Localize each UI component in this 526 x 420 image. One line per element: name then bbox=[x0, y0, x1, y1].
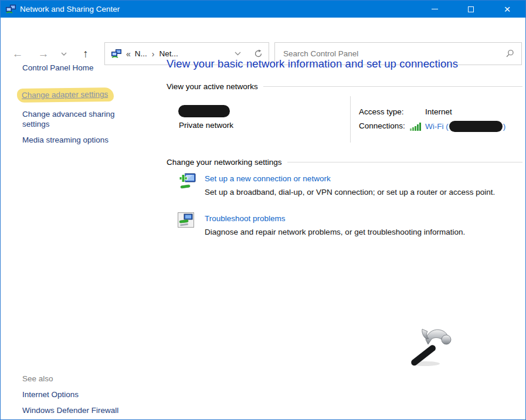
recent-pages-chevron-down-icon[interactable] bbox=[58, 48, 70, 60]
section-rule bbox=[263, 86, 522, 87]
maximize-icon bbox=[468, 6, 474, 12]
minimize-icon bbox=[432, 9, 438, 9]
section-networking-settings: Change your networking settings bbox=[167, 158, 522, 167]
titlebar: Network and Sharing Center × bbox=[1, 1, 525, 18]
network-type-label: Private network bbox=[179, 121, 233, 130]
network-icon bbox=[111, 49, 121, 59]
back-button[interactable]: ← bbox=[9, 45, 26, 63]
access-type-value: Internet bbox=[425, 107, 452, 116]
sidebar-item-media-streaming[interactable]: Media streaming options bbox=[22, 135, 108, 145]
address-chevron-down-icon[interactable] bbox=[235, 52, 241, 56]
section-title: Change your networking settings bbox=[167, 158, 282, 167]
sidebar-item-change-adapter-settings[interactable]: Change adapter settings bbox=[17, 88, 114, 102]
troubleshoot-problems-link[interactable]: Troubleshoot problems bbox=[205, 214, 286, 223]
refresh-icon[interactable] bbox=[254, 49, 263, 58]
highlight-annotation: Change adapter settings bbox=[17, 87, 114, 103]
section-active-networks: View your active networks bbox=[167, 82, 522, 91]
connection-name-redaction bbox=[449, 121, 503, 132]
search-input[interactable] bbox=[283, 49, 505, 58]
toolbar: ← → ↑ « N... › Net... bbox=[1, 18, 525, 52]
section-rule bbox=[287, 162, 522, 162]
window-title: Network and Sharing Center bbox=[20, 5, 416, 13]
setup-connection-description: Set up a broadband, dial-up, or VPN conn… bbox=[205, 188, 495, 197]
troubleshoot-icon bbox=[178, 212, 194, 228]
see-also-header: See also bbox=[22, 374, 53, 383]
connections-label: Connections: bbox=[359, 121, 405, 130]
close-button[interactable]: × bbox=[489, 1, 525, 18]
access-type-label: Access type: bbox=[359, 107, 404, 116]
wifi-connection-link[interactable]: Wi-Fi ( ) bbox=[425, 121, 505, 132]
breadcrumb-overflow[interactable]: « bbox=[126, 49, 131, 59]
sidebar-item-internet-options[interactable]: Internet Options bbox=[22, 390, 79, 399]
sidebar-item-control-panel-home[interactable]: Control Panel Home bbox=[22, 63, 94, 73]
breadcrumb-item-2[interactable]: Net... bbox=[159, 49, 178, 58]
section-title: View your active networks bbox=[167, 82, 258, 91]
sidebar-item-change-advanced-sharing[interactable]: Change advanced sharing settings bbox=[22, 109, 134, 129]
window-controls: × bbox=[416, 1, 525, 18]
network-name-redaction bbox=[178, 105, 230, 117]
search-icon[interactable] bbox=[505, 49, 514, 58]
network-icon bbox=[6, 5, 16, 14]
breadcrumb-item-1[interactable]: N... bbox=[135, 49, 147, 58]
maximize-button[interactable] bbox=[453, 1, 489, 18]
minimize-button[interactable] bbox=[416, 1, 453, 18]
network-sharing-center-window: Network and Sharing Center × ← → ↑ bbox=[0, 0, 526, 420]
troubleshoot-description: Diagnose and repair network problems, or… bbox=[205, 228, 465, 236]
breadcrumb-separator[interactable]: › bbox=[152, 49, 155, 59]
forward-button[interactable]: → bbox=[35, 45, 52, 63]
setup-connection-link[interactable]: Set up a new connection or network bbox=[205, 174, 331, 183]
hammer-image bbox=[409, 324, 456, 370]
wifi-signal-icon bbox=[410, 123, 423, 131]
page-title: View your basic network information and … bbox=[167, 57, 458, 70]
connection-name-prefix: Wi-Fi ( bbox=[425, 122, 449, 131]
new-connection-icon bbox=[178, 172, 196, 189]
up-button[interactable]: ↑ bbox=[77, 45, 94, 63]
sidebar-item-windows-defender-firewall[interactable]: Windows Defender Firewall bbox=[22, 406, 118, 415]
connection-name-suffix: ) bbox=[503, 122, 506, 131]
close-icon: × bbox=[504, 4, 510, 15]
active-network-divider bbox=[350, 96, 351, 143]
